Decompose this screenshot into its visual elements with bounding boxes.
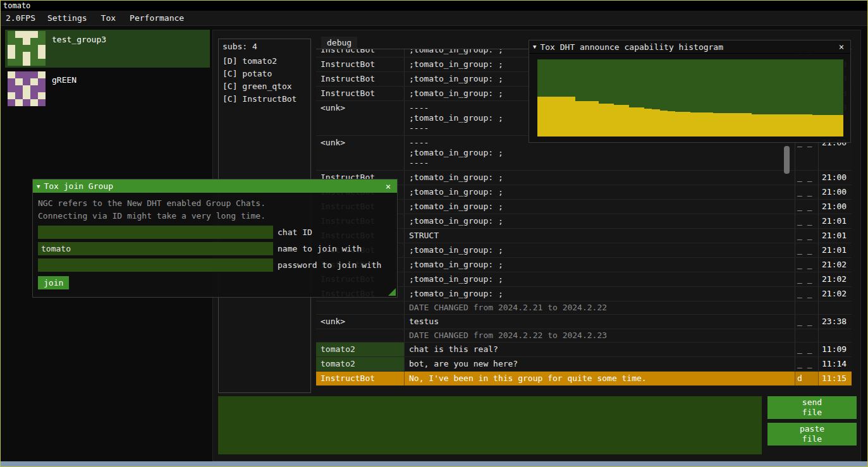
- flags-cell: _ _: [795, 171, 819, 185]
- member-item[interactable]: [C] InstructBot: [219, 93, 310, 106]
- histogram-bar: [698, 112, 706, 136]
- histogram-bar: [759, 114, 767, 136]
- histogram-bar: [629, 107, 637, 136]
- message-cell: chat is this real?: [405, 343, 795, 356]
- flags-cell: _ _: [795, 357, 819, 371]
- histogram-bar: [584, 101, 591, 136]
- avatar-pixel: [8, 45, 15, 52]
- time-cell: 21:00: [819, 171, 852, 185]
- join-group-window: ▼ Tox join Group × NGC refers to the New…: [32, 179, 398, 298]
- group-item-gREEN[interactable]: gREEN: [5, 70, 210, 108]
- avatar-pixel: [8, 99, 15, 106]
- message-cell: No, I've been in this group for quite so…: [405, 372, 795, 385]
- sender-cell: <unk>: [316, 136, 405, 170]
- join-window-titlebar[interactable]: ▼ Tox join Group ×: [33, 179, 397, 193]
- avatar-pixel: [23, 92, 30, 99]
- histogram-bar: [644, 109, 652, 136]
- histogram-bar: [782, 114, 790, 136]
- group-list: test_group3gREEN: [5, 30, 210, 111]
- message-cell: ;tomato_in_group: ;: [405, 272, 795, 286]
- time-cell: 21:02: [819, 258, 852, 272]
- histogram-window-titlebar[interactable]: ▼ Tox DHT announce capability histogram …: [529, 40, 850, 54]
- message-row: <unk>testus_ _23:38: [316, 315, 852, 329]
- histogram-bar: [713, 113, 721, 136]
- avatar-pixel: [8, 71, 15, 78]
- flags-cell: _ _: [795, 185, 819, 199]
- message-cell: ;tomato_in_group: ;: [405, 243, 795, 257]
- avatar-pixel: [8, 59, 15, 66]
- message-cell: STRUCT: [405, 229, 795, 243]
- paste-file-button[interactable]: paste file: [767, 423, 857, 446]
- window-titlebar: tomato: [1, 1, 867, 11]
- group-item-test_group3[interactable]: test_group3: [5, 30, 210, 68]
- avatar-pixel: [23, 45, 30, 52]
- histogram-bar: [706, 112, 713, 136]
- menu-item-tox[interactable]: Tox: [94, 11, 123, 25]
- group-name: test_group3: [46, 30, 106, 68]
- histogram-bar: [721, 113, 728, 136]
- avatar-pixel: [38, 92, 46, 99]
- avatar-pixel: [30, 31, 38, 38]
- histogram-bar: [568, 97, 575, 136]
- resize-grip[interactable]: [388, 288, 396, 296]
- member-item[interactable]: [C] green_qtox: [219, 80, 310, 93]
- flags-cell: _ _: [795, 272, 819, 286]
- message-row: InstructBotNo, I've been in this group f…: [316, 372, 852, 386]
- histogram-bar: [621, 105, 629, 136]
- flags-cell: [795, 329, 819, 342]
- join-info-line1: NGC refers to the New DHT enabled Group …: [38, 197, 392, 210]
- avatar-pixel: [8, 31, 15, 38]
- field-label: chat ID: [278, 227, 312, 237]
- flags-cell: _ _: [795, 287, 819, 301]
- avatar-pixel: [30, 52, 38, 59]
- menu-item-performance[interactable]: Performance: [123, 11, 191, 25]
- join-button[interactable]: join: [38, 276, 69, 289]
- avatar-pixel: [8, 92, 15, 99]
- sender-cell: <unk>: [316, 101, 405, 135]
- flags-cell: _ _: [795, 258, 819, 272]
- message-input[interactable]: [218, 396, 762, 454]
- members-header: subs: 4: [219, 39, 310, 55]
- time-cell: 11:09: [819, 343, 852, 356]
- collapse-arrow-icon[interactable]: ▼: [37, 183, 40, 190]
- close-icon[interactable]: ×: [836, 42, 847, 52]
- message-row: tomato2chat is this real?_ _11:09: [316, 343, 852, 357]
- avatar-pixel: [23, 99, 30, 106]
- fps-counter: 2.0FPS: [1, 11, 40, 25]
- close-icon[interactable]: ×: [383, 181, 393, 191]
- sender-cell: tomato2: [316, 357, 405, 371]
- menu-item-settings[interactable]: Settings: [40, 11, 94, 25]
- avatar-pixel: [8, 78, 15, 85]
- collapse-arrow-icon[interactable]: ▼: [533, 44, 536, 50]
- flags-cell: d: [795, 372, 819, 385]
- field-label: name to join with: [278, 244, 362, 253]
- member-item[interactable]: [D] tomato2: [219, 55, 310, 68]
- flags-cell: _ _: [795, 343, 819, 356]
- group-name: gREEN: [46, 70, 76, 108]
- time-cell: 11:15: [819, 372, 852, 385]
- histogram-bar: [675, 112, 683, 136]
- avatar-pixel: [23, 59, 30, 66]
- chat-id-input[interactable]: [38, 226, 273, 239]
- tab-debug[interactable]: debug: [321, 37, 357, 49]
- avatar-pixel: [15, 92, 23, 99]
- chat-scrollbar[interactable]: [784, 146, 790, 174]
- histogram-bar: [728, 113, 736, 136]
- time-cell: 23:38: [819, 315, 852, 329]
- time-cell: 21:02: [819, 287, 852, 301]
- histogram-bar: [752, 114, 759, 136]
- histogram-bar: [736, 113, 743, 136]
- app-root: tomato 2.0FPSSettingsToxPerformance test…: [0, 0, 868, 467]
- histogram-bar: [637, 107, 644, 136]
- histogram-bar: [836, 115, 843, 136]
- member-item[interactable]: [C] potato: [219, 68, 310, 80]
- avatar-pixel: [23, 31, 30, 38]
- join-password-input[interactable]: [38, 258, 273, 272]
- sender-cell: tomato2: [316, 343, 405, 356]
- avatar-pixel: [15, 99, 23, 106]
- send-file-button[interactable]: send file: [767, 396, 857, 419]
- flags-cell: [795, 301, 819, 314]
- join-name-input[interactable]: [38, 242, 273, 255]
- flags-cell: _ _: [795, 214, 819, 228]
- time-cell: 11:14: [819, 357, 852, 371]
